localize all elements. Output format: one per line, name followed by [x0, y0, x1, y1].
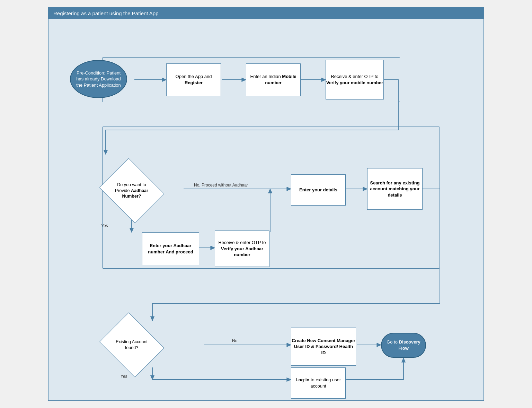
aadhaar-decision-wrapper: Do you want to Provide Aadhaar Number? — [90, 165, 173, 217]
existing-account-diamond — [99, 312, 164, 377]
existing-account-wrapper: Existing Account found? — [90, 319, 173, 371]
verify-mobile-node: Receive & enter OTP to Verify your mobil… — [326, 60, 384, 99]
open-app-node: Open the App and Register — [166, 63, 221, 96]
create-new-node: Create New Consent Manager User ID & Pas… — [291, 328, 356, 366]
verify-aadhaar-node: Receive & enter OTP to Verify your Aadha… — [215, 231, 269, 267]
svg-text:No: No — [232, 338, 238, 343]
aadhaar-decision-diamond — [99, 158, 164, 223]
login-node: Log-in to existing user account — [291, 367, 346, 399]
precondition-node: Pre-Condition: Patient has already Downl… — [70, 60, 127, 98]
svg-text:Yes: Yes — [121, 374, 127, 379]
enter-details-node: Enter your details — [291, 174, 346, 206]
diagram-body: No, Proceed without Aadhaar Yes No Yes — [48, 19, 484, 400]
discovery-flow-node: Go to Discovery Flow — [381, 333, 426, 358]
mobile-number-node: Enter an Indian Mobile number — [246, 63, 301, 96]
diagram-container: Registering as a patient using the Patie… — [48, 7, 484, 401]
enter-aadhaar-node: Enter your Aadhaar number And proceed — [142, 232, 199, 265]
search-account-node: Search for any existing account matching… — [367, 168, 423, 210]
diagram-title: Registering as a patient using the Patie… — [48, 8, 484, 19]
